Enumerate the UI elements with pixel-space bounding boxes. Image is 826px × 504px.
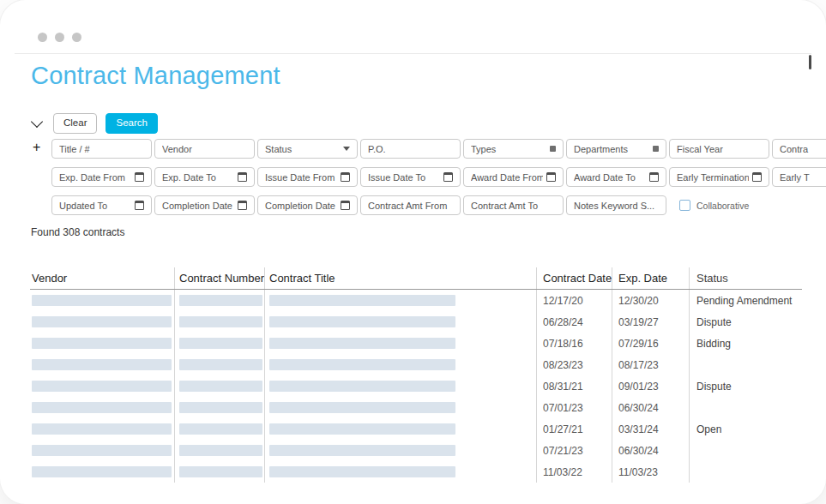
redacted-value xyxy=(269,316,455,327)
filter-contract-amt-from[interactable]: Contract Amt From xyxy=(360,195,461,215)
vendor-cell xyxy=(30,440,174,461)
filter-award-date-to[interactable]: Award Date To xyxy=(566,167,666,187)
exp-date-cell: 06/30/24 xyxy=(612,397,689,418)
app-window: Contract Management Clear Search + Title… xyxy=(0,0,826,504)
table-row[interactable]: 08/23/23 08/17/23 xyxy=(30,354,802,375)
table-row[interactable]: 07/18/16 07/29/16 Bidding xyxy=(30,333,802,354)
filter-label: Departments xyxy=(574,144,649,154)
calendar-icon[interactable] xyxy=(546,172,556,182)
status-cell: Dispute xyxy=(689,375,802,397)
contract-number-cell xyxy=(174,461,264,483)
table-row[interactable]: 06/28/24 03/19/27 Dispute xyxy=(30,311,802,333)
filter-exp-date-to[interactable]: Exp. Date To xyxy=(154,167,255,187)
filter-exp-date-from[interactable]: Exp. Date From xyxy=(51,167,152,187)
redacted-value xyxy=(32,466,172,477)
contract-number-cell xyxy=(174,333,264,354)
calendar-icon[interactable] xyxy=(752,172,762,182)
vendor-cell xyxy=(30,333,174,354)
filter-row-2: Exp. Date From Exp. Date To Issue Date F… xyxy=(51,167,826,187)
add-filter-icon[interactable]: + xyxy=(33,141,40,154)
scrollbar[interactable] xyxy=(809,55,811,69)
calendar-icon[interactable] xyxy=(341,201,350,210)
filter-completion-date-from[interactable]: Completion Date ... xyxy=(154,195,255,215)
table-row[interactable]: 07/21/23 06/30/24 xyxy=(30,440,802,461)
exp-date-cell: 12/30/20 xyxy=(612,290,689,311)
calendar-icon[interactable] xyxy=(135,201,144,210)
filter-label: Types xyxy=(471,144,546,154)
filter-label: Completion Date ... xyxy=(162,201,234,211)
redacted-value xyxy=(269,402,455,413)
redacted-value xyxy=(179,316,262,327)
filter-completion-date-to[interactable]: Completion Date To xyxy=(257,195,358,215)
filter-early-termination-to[interactable]: Early T xyxy=(772,167,826,187)
redacted-value xyxy=(32,381,172,392)
window-dot-icon[interactable] xyxy=(38,33,47,42)
filter-types[interactable]: Types xyxy=(463,139,564,159)
calendar-icon[interactable] xyxy=(443,172,453,182)
search-button[interactable]: Search xyxy=(106,113,157,134)
exp-date-cell: 03/31/24 xyxy=(612,418,689,440)
redacted-value xyxy=(179,423,262,435)
calendar-icon[interactable] xyxy=(135,172,144,182)
contract-date-cell: 08/31/21 xyxy=(536,375,612,397)
column-header-contract-title[interactable]: Contract Title xyxy=(264,267,536,289)
status-cell xyxy=(689,397,802,418)
filter-vendor[interactable]: Vendor xyxy=(154,139,255,159)
column-header-vendor[interactable]: Vendor xyxy=(30,267,174,289)
filter-label: Early T xyxy=(780,172,826,183)
chevron-down-icon[interactable] xyxy=(31,116,43,128)
window-dot-icon[interactable] xyxy=(55,33,64,42)
redacted-value xyxy=(269,359,455,370)
window-dot-icon[interactable] xyxy=(72,33,81,42)
filter-updated-to[interactable]: Updated To xyxy=(51,195,152,215)
redacted-value xyxy=(269,338,455,349)
calendar-icon[interactable] xyxy=(238,172,247,182)
table-row[interactable]: 12/17/20 12/30/20 Pending Amendment xyxy=(30,290,802,311)
table-row[interactable]: 07/01/23 06/30/24 xyxy=(30,397,802,418)
filter-early-termination[interactable]: Early Termination ... xyxy=(669,167,769,187)
filter-label: Issue Date From xyxy=(265,172,337,183)
filter-status[interactable]: Status xyxy=(257,139,358,159)
filter-label: Contract Amt To xyxy=(471,201,556,211)
column-header-contract-date[interactable]: Contract Date xyxy=(536,267,612,289)
filter-label: Completion Date To xyxy=(265,201,337,211)
filter-label: Award Date To xyxy=(574,172,646,183)
contracts-table: Vendor Contract Number Contract Title Co… xyxy=(30,267,802,483)
filter-label: P.O. xyxy=(368,144,453,154)
filter-contract-amt-to[interactable]: Contract Amt To xyxy=(463,195,564,215)
contract-date-cell: 06/28/24 xyxy=(536,311,612,333)
filter-po[interactable]: P.O. xyxy=(360,139,461,159)
vendor-cell xyxy=(30,290,174,311)
filter-departments[interactable]: Departments xyxy=(566,139,666,159)
filter-contract[interactable]: Contra xyxy=(772,139,826,159)
collaborative-checkbox[interactable] xyxy=(679,200,690,211)
clear-button[interactable]: Clear xyxy=(53,113,97,134)
page-title: Contract Management xyxy=(31,62,280,90)
calendar-icon[interactable] xyxy=(341,172,350,182)
calendar-icon[interactable] xyxy=(649,172,659,182)
filter-issue-date-to[interactable]: Issue Date To xyxy=(360,167,461,187)
column-header-contract-number[interactable]: Contract Number xyxy=(174,267,264,289)
collaborative-filter: Collaborative xyxy=(679,195,749,215)
table-row[interactable]: 01/27/21 03/31/24 Open xyxy=(30,418,802,440)
contract-title-cell xyxy=(264,311,536,333)
filter-title-number[interactable]: Title / # xyxy=(51,139,152,159)
filter-fiscal-year[interactable]: Fiscal Year xyxy=(669,139,769,159)
calendar-icon[interactable] xyxy=(238,201,247,210)
multiselect-icon xyxy=(653,146,659,152)
table-row[interactable]: 11/03/22 11/03/23 xyxy=(30,461,802,483)
filter-panel: Title / # Vendor Status P.O. Types Depar… xyxy=(51,139,826,224)
filter-label: Title / # xyxy=(59,144,144,154)
column-header-exp-date[interactable]: Exp. Date xyxy=(612,267,689,289)
filter-award-date-from[interactable]: Award Date From xyxy=(463,167,564,187)
contract-date-cell: 07/18/16 xyxy=(536,333,612,354)
table-row[interactable]: 08/31/21 09/01/23 Dispute xyxy=(30,375,802,397)
column-header-status[interactable]: Status xyxy=(689,267,802,289)
redacted-value xyxy=(269,381,455,392)
collaborative-label: Collaborative xyxy=(696,201,749,211)
redacted-value xyxy=(32,316,172,327)
redacted-value xyxy=(179,381,262,392)
filter-notes-keyword[interactable]: Notes Keyword S... xyxy=(566,195,666,215)
filter-issue-date-from[interactable]: Issue Date From xyxy=(257,167,358,187)
redacted-value xyxy=(32,445,172,456)
